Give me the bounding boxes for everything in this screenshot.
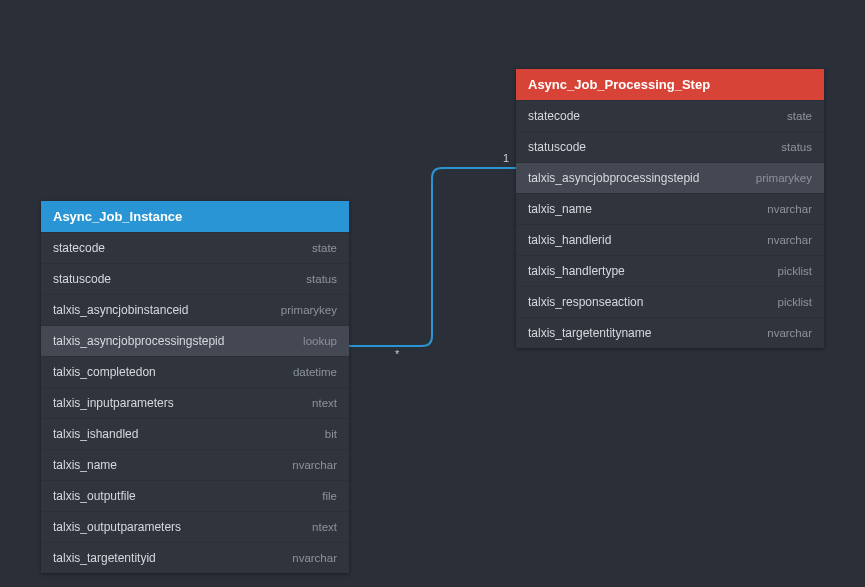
attribute-row[interactable]: talxis_inputparameters ntext [41,387,349,418]
cardinality-one: 1 [503,152,509,164]
attribute-row[interactable]: talxis_completedon datetime [41,356,349,387]
attribute-row[interactable]: talxis_name nvarchar [41,449,349,480]
attribute-type: nvarchar [292,459,337,471]
attribute-row[interactable]: talxis_outputparameters ntext [41,511,349,542]
attribute-row[interactable]: talxis_targetentityname nvarchar [516,317,824,348]
attribute-name: talxis_targetentityname [528,326,651,340]
attribute-name: talxis_targetentityid [53,551,156,565]
attribute-type: primarykey [281,304,337,316]
attribute-name: statuscode [528,140,586,154]
entity-title: Async_Job_Instance [53,209,182,224]
attribute-name: talxis_responseaction [528,295,643,309]
attribute-row[interactable]: talxis_asyncjobprocessingstepid lookup [41,325,349,356]
attribute-row[interactable]: talxis_outputfile file [41,480,349,511]
attribute-type: primarykey [756,172,812,184]
attribute-row[interactable]: talxis_responseaction picklist [516,286,824,317]
attribute-type: nvarchar [767,234,812,246]
attribute-name: talxis_asyncjobprocessingstepid [528,171,699,185]
attribute-type: nvarchar [767,203,812,215]
attribute-name: talxis_ishandled [53,427,138,441]
entity-async-job-instance[interactable]: Async_Job_Instance statecode state statu… [41,201,349,573]
entity-async-job-processing-step[interactable]: Async_Job_Processing_Step statecode stat… [516,69,824,348]
attribute-name: talxis_handlertype [528,264,625,278]
attribute-row[interactable]: talxis_asyncjobprocessingstepid primaryk… [516,162,824,193]
attribute-row[interactable]: talxis_handlertype picklist [516,255,824,286]
attribute-row[interactable]: statecode state [41,232,349,263]
entity-title: Async_Job_Processing_Step [528,77,710,92]
attribute-name: statecode [53,241,105,255]
attribute-row[interactable]: talxis_targetentityid nvarchar [41,542,349,573]
attribute-name: statuscode [53,272,111,286]
entity-body: statecode state statuscode status talxis… [516,100,824,348]
attribute-name: talxis_inputparameters [53,396,174,410]
attribute-name: talxis_asyncjobprocessingstepid [53,334,224,348]
attribute-row[interactable]: talxis_asyncjobinstanceid primarykey [41,294,349,325]
attribute-type: picklist [777,265,812,277]
entity-body: statecode state statuscode status talxis… [41,232,349,573]
attribute-type: state [787,110,812,122]
attribute-name: talxis_outputparameters [53,520,181,534]
attribute-type: nvarchar [292,552,337,564]
attribute-row[interactable]: statuscode status [41,263,349,294]
attribute-type: file [322,490,337,502]
attribute-name: talxis_completedon [53,365,156,379]
attribute-type: status [781,141,812,153]
attribute-name: talxis_asyncjobinstanceid [53,303,188,317]
attribute-row[interactable]: talxis_handlerid nvarchar [516,224,824,255]
attribute-row[interactable]: talxis_name nvarchar [516,193,824,224]
attribute-type: ntext [312,397,337,409]
entity-header[interactable]: Async_Job_Processing_Step [516,69,824,100]
attribute-name: talxis_name [53,458,117,472]
attribute-row[interactable]: statuscode status [516,131,824,162]
attribute-type: ntext [312,521,337,533]
attribute-type: picklist [777,296,812,308]
attribute-row[interactable]: statecode state [516,100,824,131]
attribute-name: talxis_handlerid [528,233,611,247]
attribute-row[interactable]: talxis_ishandled bit [41,418,349,449]
entity-header[interactable]: Async_Job_Instance [41,201,349,232]
cardinality-many: * [395,348,399,360]
attribute-type: status [306,273,337,285]
attribute-name: talxis_outputfile [53,489,136,503]
attribute-type: datetime [293,366,337,378]
attribute-type: bit [325,428,337,440]
attribute-type: state [312,242,337,254]
attribute-name: talxis_name [528,202,592,216]
attribute-type: nvarchar [767,327,812,339]
attribute-type: lookup [303,335,337,347]
attribute-name: statecode [528,109,580,123]
